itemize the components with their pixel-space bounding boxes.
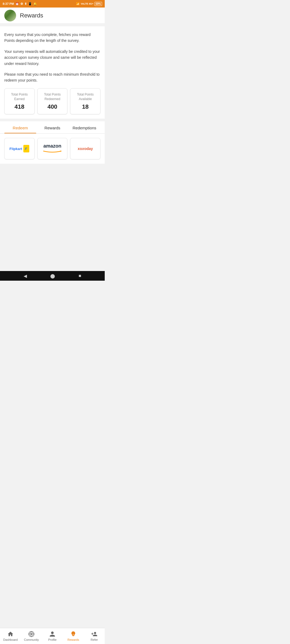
android-recent-button[interactable]: ■	[79, 273, 81, 278]
status-left: 8:37 PM ⏰ ⚙ ⬆ 📱 🔔	[3, 2, 37, 6]
notification-icon: 🔔	[33, 2, 37, 6]
info-text-2: Your survey rewards will automatically b…	[4, 49, 100, 67]
flipkart-card[interactable]: Flipkart F	[4, 138, 35, 159]
points-available-label: Total PointsAvailable	[73, 92, 98, 101]
svg-text:F: F	[25, 147, 27, 151]
tab-rewards[interactable]: Rewards	[36, 121, 68, 133]
wifi-icon: 📶	[76, 2, 80, 6]
tabs-section: Redeem Rewards Redemptions Flipkart F	[0, 121, 105, 164]
page-title: Rewards	[20, 12, 43, 19]
points-available-value: 18	[73, 103, 98, 110]
flipkart-logo: Flipkart F	[9, 145, 29, 152]
android-back-button[interactable]: ◀	[24, 273, 27, 279]
info-text-1: Every survey that you complete, fetches …	[4, 32, 100, 44]
settings-icon: ⚙	[20, 2, 23, 6]
header: Rewards	[0, 8, 105, 24]
info-text-3: Please note that you need to reach minim…	[4, 71, 100, 83]
amazon-card[interactable]: amazon	[37, 138, 68, 159]
android-nav-bar: ◀ ⬤ ■	[0, 271, 105, 281]
flipkart-text: Flipkart	[9, 147, 22, 151]
tabs-bar: Redeem Rewards Redemptions	[0, 121, 105, 134]
avatar-image	[4, 10, 16, 21]
time: 8:37 PM	[3, 2, 14, 5]
status-right: 📶 VoLTE 4G+ 69%	[76, 2, 102, 6]
flipkart-bag-icon: F	[24, 147, 28, 151]
status-bar: 8:37 PM ⏰ ⚙ ⬆ 📱 🔔 📶 VoLTE 4G+ 69%	[0, 0, 105, 8]
tab-redemptions[interactable]: Redemptions	[68, 121, 100, 133]
points-earned-value: 418	[7, 103, 32, 110]
whatsapp-icon: 📱	[28, 2, 32, 6]
alarm-icon: ⏰	[15, 2, 19, 6]
points-earned-label: Total PointsEarned	[7, 92, 32, 101]
points-redeemed-label: Total PointsRedeemed	[40, 92, 65, 101]
amazon-text: amazon	[43, 144, 62, 149]
points-available-card: Total PointsAvailable 18	[70, 88, 100, 115]
signal-icons: VoLTE 4G+	[81, 2, 93, 5]
xoxoday-text: xoxoday	[78, 147, 93, 151]
tab-redeem[interactable]: Redeem	[4, 121, 36, 133]
partners-grid: Flipkart F amazon xoxoday	[0, 134, 105, 164]
xoxoday-card[interactable]: xoxoday	[70, 138, 100, 159]
android-home-button[interactable]: ⬤	[50, 273, 55, 279]
amazon-arrow-icon	[43, 149, 62, 153]
upload-icon: ⬆	[24, 2, 27, 6]
points-earned-card: Total PointsEarned 418	[4, 88, 35, 115]
avatar	[4, 10, 16, 21]
points-grid: Total PointsEarned 418 Total PointsRedee…	[4, 88, 100, 115]
amazon-logo: amazon	[43, 144, 62, 154]
empty-area	[0, 164, 105, 255]
points-redeemed-card: Total PointsRedeemed 400	[37, 88, 68, 115]
battery-icon: 69%	[95, 2, 102, 6]
content-section: Every survey that you complete, fetches …	[0, 26, 105, 119]
points-redeemed-value: 400	[40, 103, 65, 110]
